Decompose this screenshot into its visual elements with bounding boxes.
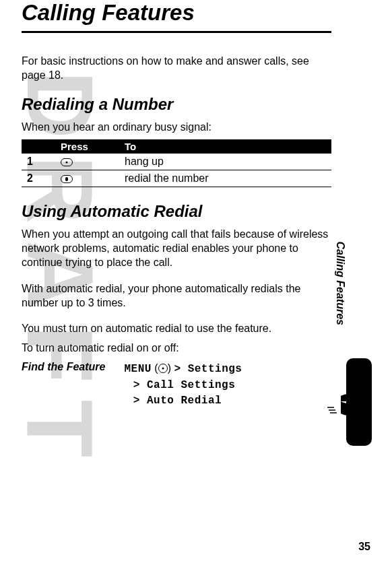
row-number: 1: [22, 154, 55, 170]
auto-redial-p4: To turn automatic redial on or off:: [22, 341, 331, 356]
find-feature-block: Find the Feature MENU () > Settings > Ca…: [22, 361, 331, 409]
row-to: redial the number: [119, 170, 331, 187]
table-header-press: Press: [55, 139, 119, 154]
menu-path-line-1: > Settings: [174, 363, 242, 375]
auto-redial-p1: When you attempt an outgoing call that f…: [22, 228, 331, 269]
redial-heading: Redialing a Number: [22, 95, 331, 114]
redial-table: Press To 1 hang up 2 redial the number: [22, 139, 331, 187]
redial-lead: When you hear an ordinary busy signal:: [22, 121, 331, 135]
table-header-to: To: [119, 139, 331, 154]
auto-redial-heading: Using Automatic Redial: [22, 202, 331, 221]
menu-key-icon: [158, 364, 168, 373]
find-feature-label: Find the Feature: [22, 361, 105, 373]
table-row: 2 redial the number: [22, 170, 331, 187]
row-to: hang up: [119, 154, 331, 170]
intro-paragraph: For basic instructions on how to make an…: [22, 55, 331, 83]
auto-redial-p3: You must turn on automatic redial to use…: [22, 322, 331, 336]
auto-redial-p2: With automatic redial, your phone automa…: [22, 282, 331, 310]
row-press: [55, 170, 119, 187]
table-header-blank: [22, 139, 55, 154]
menu-word: MENU: [124, 363, 151, 375]
menu-path-line-3: > Auto Redial: [133, 395, 222, 407]
title-rule: [22, 31, 331, 33]
row-press: [55, 154, 119, 170]
end-key-icon: [61, 158, 73, 166]
menu-path: MENU () > Settings > Call Settings > Aut…: [124, 361, 242, 409]
chapter-title: Calling Features: [22, 0, 331, 26]
page-number: 35: [358, 541, 370, 553]
menu-path-line-2: > Call Settings: [133, 379, 236, 391]
row-number: 2: [22, 170, 55, 187]
table-row: 1 hang up: [22, 154, 331, 170]
send-key-icon: [61, 175, 73, 183]
